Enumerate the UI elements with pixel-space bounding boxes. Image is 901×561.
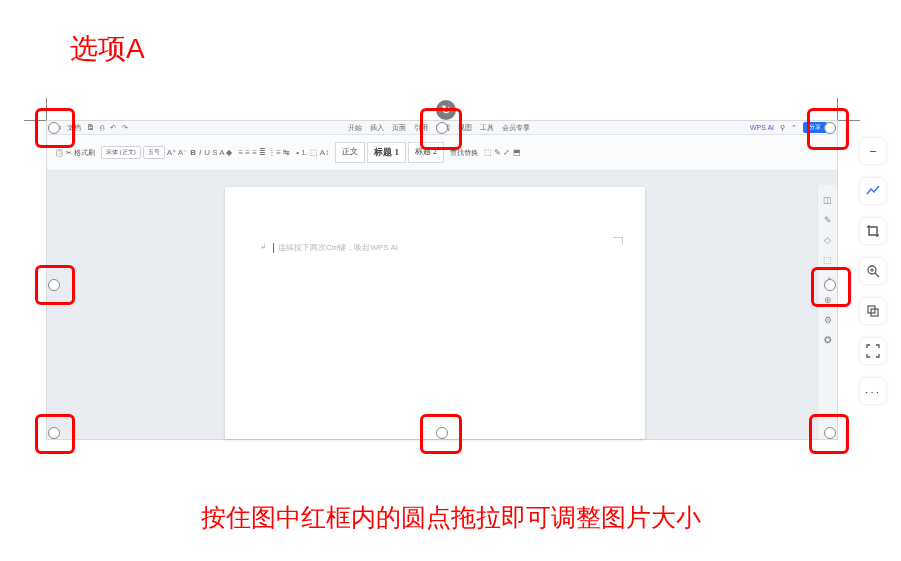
highlight-frame [420,108,462,150]
clipboard-group: 📋 ✂ 格式刷 [55,148,95,158]
corner-mark-icon [613,237,623,245]
svg-line-1 [875,273,879,277]
rail-icon[interactable]: ✎ [824,215,832,225]
font-name-dropdown[interactable]: 宋体 (正文) [101,146,141,159]
highlight-frame [35,414,75,454]
paragraph-group[interactable]: ≡ ≡ ≡ ≣ ⋮≡ ↹ [238,148,290,157]
titlebar-icon[interactable]: ↷ [122,124,128,132]
rail-icon[interactable]: ◫ [823,195,832,205]
paste-icon[interactable]: 📋 [55,149,64,157]
cut-icon[interactable]: ✂ [66,149,72,157]
wps-right-rail: ◫ ✎ ◇ ⬚ ⤢ ⊕ ⚙ ✪ [817,185,837,439]
menu-item-insert[interactable]: 插入 [370,123,384,133]
cursor-placeholder: 连续按下两次Ctrl键，唤起WPS AI [273,242,398,253]
floating-toolbar: − ··· [858,138,888,404]
text-caret [273,243,274,253]
highlight-frame [35,265,75,305]
titlebar-icon[interactable]: ⎙ [100,124,104,131]
option-label: 选项A [70,30,145,68]
font-size-dropdown[interactable]: 五号 [143,146,165,159]
style-heading1[interactable]: 标题 1 [367,142,406,163]
zoom-in-icon[interactable] [860,258,886,284]
highlight-frame [35,108,75,148]
titlebar-icon[interactable]: 🖺 [87,124,94,131]
rail-icon[interactable]: ⚙ [824,315,832,325]
highlight-frame [811,267,851,307]
font-group: 宋体 (正文) 五号 A⁺ A⁻ B I U S A ◆ [101,146,232,159]
highlight-frame [420,414,462,454]
style-normal[interactable]: 正文 [335,142,365,163]
titlebar-icon[interactable]: ↶ [110,124,116,132]
fullscreen-icon[interactable] [860,338,886,364]
document-page[interactable]: ↲ 连续按下两次Ctrl键，唤起WPS AI [225,187,645,439]
font-style-icons[interactable]: A⁺ A⁻ B I U S A ◆ [167,148,233,157]
menu-item-start[interactable]: 开始 [348,123,362,133]
rail-icon[interactable]: ◇ [824,235,831,245]
format-brush[interactable]: 格式刷 [74,148,95,158]
minus-button[interactable]: − [860,138,886,164]
instruction-caption: 按住图中红框内的圆点拖拉即可调整图片大小 [0,501,901,534]
rail-icon[interactable]: ⬚ [823,255,832,265]
highlight-frame [809,414,849,454]
menu-item-vip[interactable]: 会员专享 [502,123,530,133]
line-chart-icon[interactable] [860,178,886,204]
embedded-screenshot: ≡ 文档 🖺 ⎙ ↶ ↷ 开始 插入 页面 引用 审阅 视图 工具 会员专享 W… [46,120,838,440]
paragraph-mark-icon: ↲ [260,242,267,251]
menu-item-tools[interactable]: 工具 [480,123,494,133]
chevron-up-icon[interactable]: ⌃ [791,124,797,132]
crop-icon[interactable] [860,218,886,244]
search-icon[interactable]: ⚲ [780,124,785,132]
document-viewport[interactable]: ↲ 连续按下两次Ctrl键，唤起WPS AI [47,185,837,439]
misc-tools[interactable]: ⬚ ✎ ⤢ ⬒ [484,148,521,157]
menu-item-page[interactable]: 页面 [392,123,406,133]
highlight-frame [807,108,849,150]
wps-ai-button[interactable]: WPS AI [750,124,774,131]
list-group[interactable]: • 1. ⬚ A↕ [296,148,329,157]
copy-icon[interactable] [860,298,886,324]
more-icon[interactable]: ··· [860,378,886,404]
rail-icon[interactable]: ✪ [824,335,832,345]
ai-hint-text: 连续按下两次Ctrl键，唤起WPS AI [278,242,398,253]
